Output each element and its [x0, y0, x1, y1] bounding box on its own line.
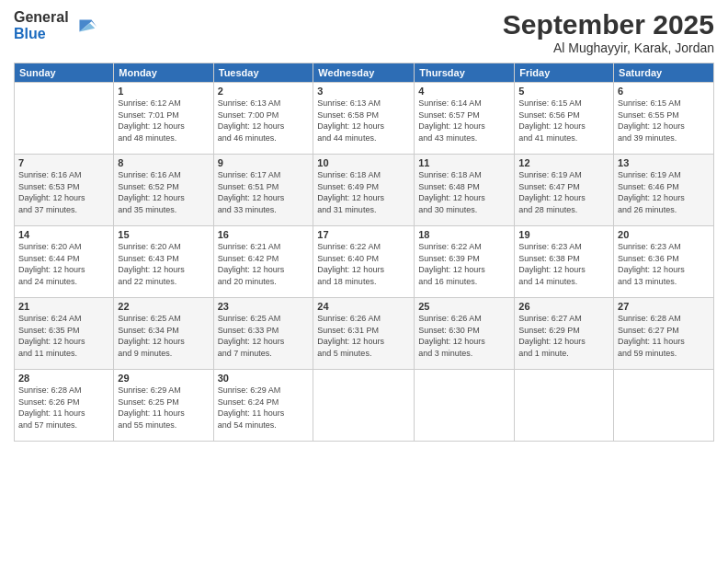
calendar-day-cell: 3Sunrise: 6:13 AM Sunset: 6:58 PM Daylig…	[313, 83, 415, 155]
calendar-day-cell: 9Sunrise: 6:17 AM Sunset: 6:51 PM Daylig…	[213, 155, 313, 226]
calendar-day-cell: 14Sunrise: 6:20 AM Sunset: 6:44 PM Dayli…	[15, 226, 114, 298]
calendar-day-cell: 28Sunrise: 6:28 AM Sunset: 6:26 PM Dayli…	[15, 370, 114, 442]
calendar-day-cell: 13Sunrise: 6:19 AM Sunset: 6:46 PM Dayli…	[614, 155, 714, 226]
day-number: 13	[618, 157, 710, 168]
calendar-day-cell: 29Sunrise: 6:29 AM Sunset: 6:25 PM Dayli…	[114, 370, 213, 442]
calendar-week-row: 14Sunrise: 6:20 AM Sunset: 6:44 PM Dayli…	[15, 226, 714, 298]
day-info: Sunrise: 6:22 AM Sunset: 6:39 PM Dayligh…	[418, 241, 510, 287]
calendar-day-cell	[415, 370, 515, 442]
day-info: Sunrise: 6:16 AM Sunset: 6:52 PM Dayligh…	[118, 169, 209, 215]
logo-line2: Blue	[14, 26, 69, 42]
calendar-day-cell: 19Sunrise: 6:23 AM Sunset: 6:38 PM Dayli…	[515, 226, 614, 298]
day-info: Sunrise: 6:12 AM Sunset: 7:01 PM Dayligh…	[118, 98, 209, 144]
day-number: 16	[218, 229, 310, 240]
calendar-day-cell: 16Sunrise: 6:21 AM Sunset: 6:42 PM Dayli…	[213, 226, 313, 298]
calendar-day-cell: 12Sunrise: 6:19 AM Sunset: 6:47 PM Dayli…	[515, 155, 614, 226]
day-info: Sunrise: 6:19 AM Sunset: 6:46 PM Dayligh…	[618, 169, 710, 215]
day-info: Sunrise: 6:13 AM Sunset: 6:58 PM Dayligh…	[317, 98, 410, 144]
day-info: Sunrise: 6:26 AM Sunset: 6:31 PM Dayligh…	[317, 313, 410, 359]
day-info: Sunrise: 6:20 AM Sunset: 6:43 PM Dayligh…	[118, 241, 209, 287]
calendar-day-cell	[313, 370, 415, 442]
day-info: Sunrise: 6:29 AM Sunset: 6:24 PM Dayligh…	[218, 385, 310, 431]
day-number: 20	[618, 229, 710, 240]
day-number: 15	[118, 229, 209, 240]
calendar-day-cell: 20Sunrise: 6:23 AM Sunset: 6:36 PM Dayli…	[614, 226, 714, 298]
day-number: 17	[317, 229, 410, 240]
calendar-day-cell: 6Sunrise: 6:15 AM Sunset: 6:55 PM Daylig…	[614, 83, 714, 155]
day-info: Sunrise: 6:29 AM Sunset: 6:25 PM Dayligh…	[118, 385, 209, 431]
calendar-day-header: Sunday	[15, 63, 114, 83]
day-number: 28	[18, 373, 109, 384]
day-info: Sunrise: 6:27 AM Sunset: 6:29 PM Dayligh…	[518, 313, 609, 359]
day-number: 21	[18, 301, 109, 312]
day-number: 29	[118, 373, 209, 384]
calendar-table: SundayMondayTuesdayWednesdayThursdayFrid…	[14, 63, 714, 442]
calendar-day-header: Thursday	[415, 63, 515, 83]
day-number: 27	[618, 301, 710, 312]
logo: General Blue	[14, 9, 98, 41]
day-info: Sunrise: 6:17 AM Sunset: 6:51 PM Dayligh…	[218, 169, 310, 215]
day-info: Sunrise: 6:15 AM Sunset: 6:56 PM Dayligh…	[518, 98, 609, 144]
day-info: Sunrise: 6:13 AM Sunset: 7:00 PM Dayligh…	[218, 98, 310, 144]
day-number: 1	[118, 86, 209, 97]
day-number: 14	[18, 229, 109, 240]
calendar-week-row: 28Sunrise: 6:28 AM Sunset: 6:26 PM Dayli…	[15, 370, 714, 442]
day-info: Sunrise: 6:25 AM Sunset: 6:33 PM Dayligh…	[218, 313, 310, 359]
day-info: Sunrise: 6:23 AM Sunset: 6:36 PM Dayligh…	[618, 241, 710, 287]
calendar-day-cell: 25Sunrise: 6:26 AM Sunset: 6:30 PM Dayli…	[415, 298, 515, 370]
calendar-day-cell: 10Sunrise: 6:18 AM Sunset: 6:49 PM Dayli…	[313, 155, 415, 226]
calendar-day-cell: 8Sunrise: 6:16 AM Sunset: 6:52 PM Daylig…	[114, 155, 213, 226]
calendar-day-header: Tuesday	[213, 63, 313, 83]
day-number: 6	[618, 86, 710, 97]
title-block: September 2025 Al Mughayyir, Karak, Jord…	[503, 9, 714, 55]
calendar-day-cell: 24Sunrise: 6:26 AM Sunset: 6:31 PM Dayli…	[313, 298, 415, 370]
calendar-week-row: 7Sunrise: 6:16 AM Sunset: 6:53 PM Daylig…	[15, 155, 714, 226]
day-number: 24	[317, 301, 410, 312]
calendar-week-row: 21Sunrise: 6:24 AM Sunset: 6:35 PM Dayli…	[15, 298, 714, 370]
day-number: 8	[118, 157, 209, 168]
day-number: 12	[518, 157, 609, 168]
calendar-header-row: SundayMondayTuesdayWednesdayThursdayFrid…	[15, 63, 714, 83]
day-info: Sunrise: 6:28 AM Sunset: 6:27 PM Dayligh…	[618, 313, 710, 359]
calendar-day-cell: 18Sunrise: 6:22 AM Sunset: 6:39 PM Dayli…	[415, 226, 515, 298]
calendar-day-cell: 2Sunrise: 6:13 AM Sunset: 7:00 PM Daylig…	[213, 83, 313, 155]
calendar-day-header: Friday	[515, 63, 614, 83]
calendar-day-cell: 7Sunrise: 6:16 AM Sunset: 6:53 PM Daylig…	[15, 155, 114, 226]
calendar-day-header: Monday	[114, 63, 213, 83]
calendar-day-cell: 23Sunrise: 6:25 AM Sunset: 6:33 PM Dayli…	[213, 298, 313, 370]
day-number: 9	[218, 157, 310, 168]
day-info: Sunrise: 6:21 AM Sunset: 6:42 PM Dayligh…	[218, 241, 310, 287]
day-info: Sunrise: 6:24 AM Sunset: 6:35 PM Dayligh…	[18, 313, 109, 359]
day-info: Sunrise: 6:20 AM Sunset: 6:44 PM Dayligh…	[18, 241, 109, 287]
calendar-day-cell: 11Sunrise: 6:18 AM Sunset: 6:48 PM Dayli…	[415, 155, 515, 226]
day-info: Sunrise: 6:19 AM Sunset: 6:47 PM Dayligh…	[518, 169, 609, 215]
day-info: Sunrise: 6:28 AM Sunset: 6:26 PM Dayligh…	[18, 385, 109, 431]
day-number: 19	[518, 229, 609, 240]
location: Al Mughayyir, Karak, Jordan	[503, 40, 714, 55]
day-number: 26	[518, 301, 609, 312]
logo-line1: General	[14, 9, 69, 26]
day-info: Sunrise: 6:15 AM Sunset: 6:55 PM Dayligh…	[618, 98, 710, 144]
calendar-day-header: Wednesday	[313, 63, 415, 83]
page: General Blue September 2025 Al Mughayyir…	[0, 0, 728, 563]
day-number: 30	[218, 373, 310, 384]
calendar-day-cell: 1Sunrise: 6:12 AM Sunset: 7:01 PM Daylig…	[114, 83, 213, 155]
calendar-day-cell	[614, 370, 714, 442]
calendar-day-cell: 4Sunrise: 6:14 AM Sunset: 6:57 PM Daylig…	[415, 83, 515, 155]
day-info: Sunrise: 6:18 AM Sunset: 6:49 PM Dayligh…	[317, 169, 410, 215]
day-info: Sunrise: 6:26 AM Sunset: 6:30 PM Dayligh…	[418, 313, 510, 359]
month-title: September 2025	[503, 9, 714, 40]
day-number: 22	[118, 301, 209, 312]
calendar-day-cell: 15Sunrise: 6:20 AM Sunset: 6:43 PM Dayli…	[114, 226, 213, 298]
day-info: Sunrise: 6:18 AM Sunset: 6:48 PM Dayligh…	[418, 169, 510, 215]
calendar-day-header: Saturday	[614, 63, 714, 83]
calendar-day-cell: 22Sunrise: 6:25 AM Sunset: 6:34 PM Dayli…	[114, 298, 213, 370]
day-number: 4	[418, 86, 510, 97]
calendar-day-cell: 21Sunrise: 6:24 AM Sunset: 6:35 PM Dayli…	[15, 298, 114, 370]
day-info: Sunrise: 6:22 AM Sunset: 6:40 PM Dayligh…	[317, 241, 410, 287]
calendar-day-cell: 27Sunrise: 6:28 AM Sunset: 6:27 PM Dayli…	[614, 298, 714, 370]
day-number: 2	[218, 86, 310, 97]
day-number: 5	[518, 86, 609, 97]
calendar-day-cell: 26Sunrise: 6:27 AM Sunset: 6:29 PM Dayli…	[515, 298, 614, 370]
calendar-day-cell	[15, 83, 114, 155]
